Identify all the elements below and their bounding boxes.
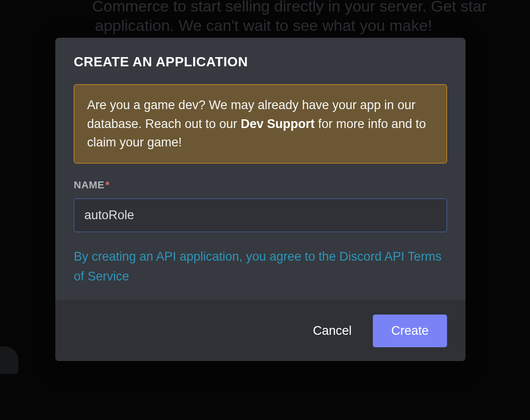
- create-button[interactable]: Create: [373, 315, 447, 347]
- dev-support-link[interactable]: Dev Support: [241, 117, 315, 131]
- notice-text: Are you a game dev? We may already have …: [87, 98, 426, 149]
- modal-footer: Cancel Create: [55, 300, 465, 361]
- modal-body: Create an Application Are you a game dev…: [55, 38, 465, 300]
- name-input[interactable]: [74, 198, 447, 232]
- required-indicator: *: [106, 179, 110, 191]
- tos-agreement-link[interactable]: By creating an API application, you agre…: [74, 247, 447, 286]
- game-dev-notice: Are you a game dev? We may already have …: [74, 84, 447, 163]
- name-field-label: Name*: [74, 179, 447, 191]
- name-label-text: Name: [74, 179, 105, 191]
- cancel-button[interactable]: Cancel: [306, 319, 359, 343]
- create-application-modal: Create an Application Are you a game dev…: [55, 38, 465, 361]
- modal-title: Create an Application: [74, 54, 447, 70]
